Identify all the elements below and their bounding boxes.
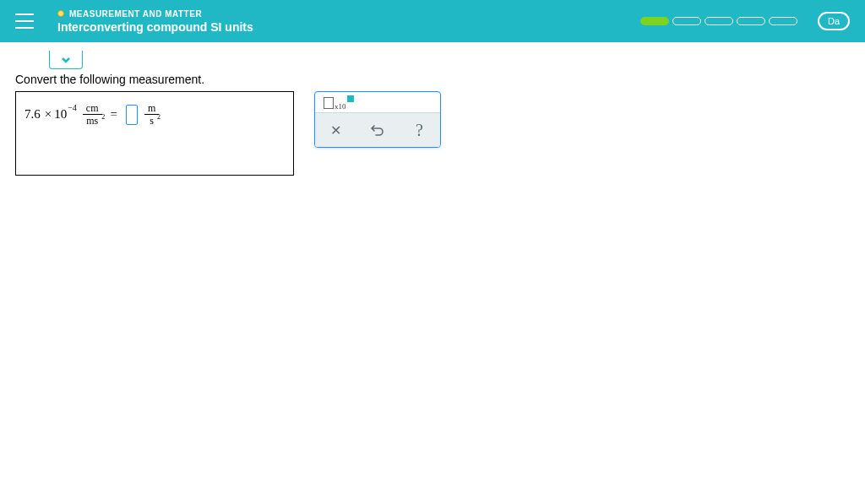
undo-button[interactable] [356, 113, 398, 147]
x10-label: x10 [335, 102, 346, 111]
coefficient: 7.6 [24, 107, 41, 122]
user-pill[interactable]: Da [818, 12, 850, 30]
left-unit-numerator: cm [83, 102, 102, 115]
left-unit-fraction: cm ms 2 [83, 102, 102, 127]
right-unit-denominator: s 2 [146, 115, 157, 127]
x-icon: ✕ [330, 122, 341, 138]
clear-button[interactable]: ✕ [315, 113, 356, 147]
answer-toolbox: x10 ✕ ? [314, 91, 441, 148]
right-unit-fraction: m s 2 [144, 102, 159, 127]
insert-power-of-ten-button[interactable]: x10 [320, 94, 356, 112]
equals-sign: = [111, 107, 117, 122]
progress-segment [737, 17, 765, 25]
undo-icon [371, 123, 384, 137]
content-area: Convert the following measurement. 7.6 ×… [0, 42, 865, 184]
topic-line: MEASUREMENT AND MATTER [57, 9, 253, 19]
answer-input[interactable] [126, 105, 138, 125]
placeholder-box-icon [324, 97, 334, 109]
base: 10 [54, 107, 67, 122]
menu-icon[interactable] [15, 14, 34, 29]
header-titles: MEASUREMENT AND MATTER Interconverting c… [57, 9, 253, 34]
equation: 7.6 × 10 −4 cm ms 2 = m s 2 [24, 102, 162, 127]
question-icon: ? [416, 121, 423, 140]
progress-segment [672, 17, 701, 25]
equation-box: 7.6 × 10 −4 cm ms 2 = m s 2 [15, 91, 294, 176]
topic-bullet-icon [57, 10, 64, 17]
question-prompt: Convert the following measurement. [15, 73, 850, 86]
dropdown-tab[interactable] [49, 51, 83, 69]
progress-segment [705, 17, 733, 25]
progress-bar [640, 17, 797, 25]
left-unit-denominator: ms 2 [83, 115, 101, 127]
layout-row: 7.6 × 10 −4 cm ms 2 = m s 2 [15, 91, 850, 176]
exponent: −4 [68, 103, 77, 112]
toolbox-row-actions: ✕ ? [315, 112, 440, 147]
chevron-down-icon [61, 55, 71, 65]
progress-segment [769, 17, 797, 25]
times-symbol: × [45, 107, 52, 122]
toolbox-row-insert: x10 [315, 92, 440, 112]
progress-segment [640, 17, 669, 25]
page-title: Interconverting compound SI units [57, 20, 253, 34]
topic-text: MEASUREMENT AND MATTER [69, 9, 202, 19]
help-button[interactable]: ? [399, 113, 440, 147]
app-header: MEASUREMENT AND MATTER Interconverting c… [0, 0, 865, 42]
exponent-box-icon [347, 95, 354, 102]
